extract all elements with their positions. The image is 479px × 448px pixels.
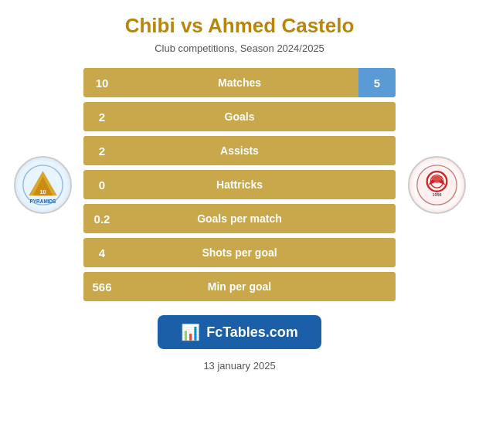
stat-left-value: 4 (83, 238, 121, 267)
stat-row: 566Min per goal (83, 272, 396, 301)
date-label: 13 january 2025 (203, 360, 275, 372)
stat-left-value: 2 (83, 102, 121, 131)
svg-text:1956: 1956 (432, 192, 441, 197)
page-subtitle: Club competitions, Season 2024/2025 (155, 42, 324, 54)
stat-left-value: 10 (83, 68, 121, 97)
stat-right-value (358, 204, 396, 233)
stat-row: 0Hattricks (83, 170, 396, 199)
stat-row: 2Assists (83, 136, 396, 165)
stat-label: Hattricks (121, 170, 358, 199)
stat-right-value (358, 272, 396, 301)
left-team-logo: PYRAMIDS 10 (8, 156, 77, 214)
stat-left-value: 0 (83, 170, 121, 199)
fctables-text: FcTables.com (206, 324, 298, 341)
page-title: Chibi vs Ahmed Castelo (125, 14, 355, 38)
left-logo-circle: PYRAMIDS 10 (14, 156, 72, 214)
al-helal-icon: 1956 (416, 164, 458, 206)
stat-right-value (358, 102, 396, 131)
stat-label: Shots per goal (121, 238, 358, 267)
main-section: PYRAMIDS 10 10Matches52Goals2Assists0Hat… (8, 68, 471, 301)
stat-row: 2Goals (83, 102, 396, 131)
stat-left-value: 0.2 (83, 204, 121, 233)
svg-text:10: 10 (39, 188, 46, 195)
stat-left-value: 566 (83, 272, 121, 301)
stat-right-value (358, 238, 396, 267)
stat-label: Min per goal (121, 272, 358, 301)
pyramids-icon: PYRAMIDS 10 (22, 164, 64, 206)
svg-text:PYRAMIDS: PYRAMIDS (29, 199, 56, 204)
stat-right-value (358, 136, 396, 165)
stat-row: 10Matches5 (83, 68, 396, 97)
stat-right-value (358, 170, 396, 199)
stat-right-value: 5 (358, 68, 396, 97)
right-logo-circle: 1956 (408, 156, 466, 214)
stat-label: Matches (121, 68, 358, 97)
stat-label: Goals (121, 102, 358, 131)
right-team-logo: 1956 (402, 156, 471, 214)
page: Chibi vs Ahmed Castelo Club competitions… (0, 0, 479, 448)
stat-left-value: 2 (83, 136, 121, 165)
fctables-badge: 📊 FcTables.com (158, 315, 321, 349)
stat-row: 4Shots per goal (83, 238, 396, 267)
stats-section: 10Matches52Goals2Assists0Hattricks0.2Goa… (77, 68, 402, 301)
stat-row: 0.2Goals per match (83, 204, 396, 233)
stat-label: Goals per match (121, 204, 358, 233)
stat-label: Assists (121, 136, 358, 165)
fctables-icon: 📊 (181, 323, 200, 341)
